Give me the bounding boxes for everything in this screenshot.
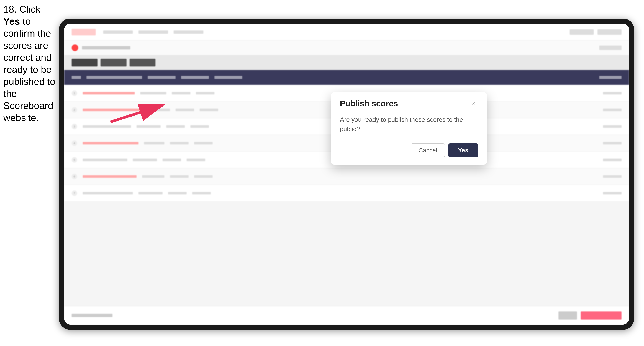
td-s1 <box>138 192 162 194</box>
table-header <box>64 70 629 85</box>
sub-title <box>82 46 130 49</box>
td-num: 1 <box>72 90 77 96</box>
nav-btn-1 <box>570 29 594 35</box>
instruction-text: 18. Click Yes to confirm the scores are … <box>3 3 57 124</box>
td-name <box>83 175 136 178</box>
cancel-btn-bg <box>558 311 577 320</box>
td-s3 <box>196 92 214 94</box>
td-name <box>83 192 133 194</box>
nav-right <box>570 29 622 35</box>
tablet-device: 1 2 3 <box>59 18 634 330</box>
td-num: 5 <box>72 157 77 163</box>
modal-dialog: Publish scores × Are you ready to publis… <box>331 92 487 165</box>
modal-body: Are you ready to publish these scores to… <box>331 113 487 140</box>
td-num: 7 <box>72 190 77 196</box>
td-s3 <box>192 192 211 194</box>
td-num: 3 <box>72 124 77 129</box>
td-s3 <box>190 125 209 128</box>
td-s1 <box>133 159 157 161</box>
td-s2 <box>168 192 187 194</box>
modal-close-button[interactable]: × <box>470 99 478 108</box>
sub-logo-icon <box>72 44 78 51</box>
instruction-bold: Yes <box>3 16 20 27</box>
instruction-text-part1: Click <box>17 4 40 15</box>
modal-title: Publish scores <box>340 99 398 108</box>
td-s1 <box>136 125 161 128</box>
td-num: 4 <box>72 140 77 146</box>
td-total <box>603 125 622 128</box>
td-s2 <box>170 142 188 145</box>
publish-btn-bg <box>581 311 622 320</box>
td-name <box>83 109 142 111</box>
td-total <box>603 92 622 94</box>
td-total <box>603 142 622 145</box>
sub-header <box>64 40 629 55</box>
td-s2 <box>162 159 181 161</box>
th-num <box>72 76 81 79</box>
nav-logo <box>72 29 96 35</box>
tablet-screen: 1 2 3 <box>64 24 629 325</box>
bottom-bar <box>64 306 629 325</box>
table-row: 7 <box>64 185 629 201</box>
td-total <box>603 175 622 178</box>
toolbar-btn-3 <box>130 59 156 66</box>
td-s2 <box>166 125 185 128</box>
modal-footer: Cancel Yes <box>331 140 487 165</box>
yes-button[interactable]: Yes <box>448 143 478 157</box>
toolbar-row <box>64 55 629 70</box>
th-name <box>86 76 142 79</box>
td-s2 <box>172 92 190 94</box>
td-s3 <box>194 142 213 145</box>
nav-link-1 <box>103 30 133 34</box>
nav-btn-2 <box>598 29 622 35</box>
td-name <box>83 142 138 145</box>
nav-link-3 <box>174 30 203 34</box>
sub-right <box>599 46 622 50</box>
td-s2 <box>176 109 194 111</box>
nav-link-2 <box>138 30 168 34</box>
step-number: 18. <box>3 4 17 15</box>
th-total <box>599 76 622 79</box>
td-total <box>603 109 622 111</box>
th-s2 <box>181 76 209 79</box>
th-s3 <box>214 76 242 79</box>
modal-header: Publish scores × <box>331 92 487 113</box>
nav-links <box>103 30 203 34</box>
td-s1 <box>140 92 166 94</box>
td-s3 <box>200 109 218 111</box>
screen-background: 1 2 3 <box>64 24 629 325</box>
th-s1 <box>148 76 176 79</box>
td-num: 6 <box>72 174 77 179</box>
bottom-buttons <box>558 311 622 320</box>
nav-bar <box>64 24 629 40</box>
td-total <box>603 192 622 194</box>
td-s1 <box>142 175 164 178</box>
td-s3 <box>194 175 213 178</box>
td-name <box>83 159 127 161</box>
td-num: 2 <box>72 107 77 113</box>
td-s1 <box>144 142 164 145</box>
table-row: 6 <box>64 168 629 185</box>
toolbar-scores-btn <box>72 59 98 66</box>
cancel-button[interactable]: Cancel <box>411 143 445 157</box>
td-s2 <box>170 175 188 178</box>
td-name <box>83 92 135 94</box>
td-s1 <box>148 109 170 111</box>
td-name <box>83 125 131 128</box>
toolbar-btn-2 <box>100 59 126 66</box>
td-total <box>603 159 622 161</box>
modal-message: Are you ready to publish these scores to… <box>340 115 478 134</box>
td-s3 <box>187 159 205 161</box>
export-link <box>72 314 112 317</box>
instruction-text-part2: to confirm the scores are correct and re… <box>3 16 55 123</box>
